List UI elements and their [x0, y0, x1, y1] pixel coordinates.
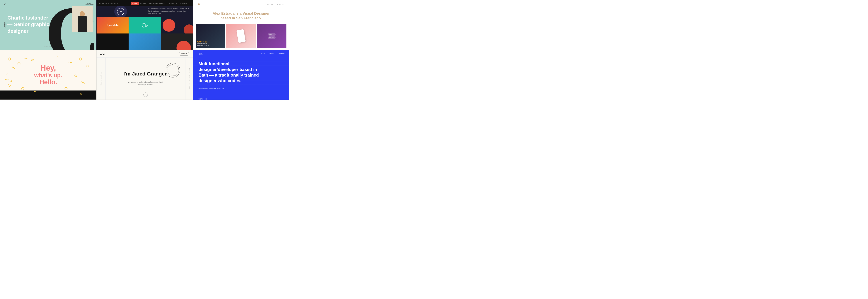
panel-hey: 〜 〜 〜 ◇ ◇ • Hey, what's up. Hello. — [0, 50, 96, 100]
doodle-diamond: ◇ — [6, 72, 8, 76]
jared-circle-inner — [145, 94, 146, 95]
balraj-logo-circle — [114, 6, 127, 17]
doodle-squiggle-2: 〜 — [5, 77, 9, 82]
alex-portfolio-item-2[interactable] — [226, 24, 256, 48]
tait-nav-contact[interactable]: Contact — [278, 53, 285, 55]
doodle-circle-3 — [10, 80, 12, 82]
half-circle — [177, 41, 191, 50]
tait-hero: Multifunctional designer/developer based… — [193, 57, 289, 100]
hey-line3: Hello. — [34, 79, 62, 86]
doodle-circle-r3 — [65, 87, 67, 90]
jared-left-sidebar: Nice to meet you — [97, 58, 105, 100]
panel-charlie: ⟳ Contact Charlie Isslander — Senior gra… — [0, 0, 96, 50]
tait-nav-links: Work About Contact — [261, 53, 285, 55]
charlie-text-block: Charlie Isslander — Senior graphic desig… — [7, 14, 50, 34]
doodle-circle-2 — [18, 62, 21, 65]
alex-hero-text: Alex Estrada is a Visual Designer based … — [193, 8, 289, 22]
jared-twitter-link[interactable]: Twitter — [189, 68, 190, 73]
tait-nav-about[interactable]: About — [269, 53, 274, 55]
alex-headline-2: based in San Francisco. — [200, 16, 282, 21]
nav-home[interactable]: HOME — [131, 2, 139, 5]
panel-alex: A WORK ABOUT Alex Estrada is a Visual De… — [193, 0, 289, 50]
chat-mockup: Hello! Hey there — [267, 32, 277, 40]
jared-circle-bottom — [144, 92, 148, 97]
doodle-circle-1 — [8, 58, 11, 60]
balraj-right: Hey, I'm Balraj. I'm a Freelance Product… — [145, 6, 193, 17]
phone-mockup — [237, 29, 246, 43]
pink-half — [184, 24, 193, 33]
hey-line1: Hey, — [34, 64, 62, 72]
nav-contact[interactable]: CONTACT — [179, 2, 190, 5]
doodle-squiggle-r1: 〜 — [68, 60, 72, 65]
doodle-line-1 — [12, 66, 15, 69]
lystable-label: Lystable — [107, 24, 119, 27]
alex-nav-work[interactable]: WORK — [267, 3, 274, 5]
chat-bubble-1: Hello! — [268, 33, 276, 36]
jared-contact-button[interactable]: Contact — [179, 52, 189, 56]
doodle-rect-1 — [31, 59, 34, 61]
balraj-hero: Hey, I'm Balraj. I'm a Freelance Product… — [97, 6, 193, 17]
snapcard-image — [72, 6, 93, 32]
tait-headline: Multifunctional designer/developer based… — [198, 61, 267, 84]
charlie-name: Charlie Isslander — [7, 14, 50, 21]
doodle-circle-r2 — [87, 65, 89, 67]
jared-circle-badge: DESIGNER & ART DIRECTOR • JARED GRANGER … — [166, 63, 180, 78]
alex-nav: A WORK ABOUT — [193, 0, 289, 8]
alex-city-label: GUYAMI — [197, 40, 224, 43]
jared-body: Nice to meet you I'm Jared Granger. I'm … — [97, 58, 193, 100]
cell-dark — [97, 33, 129, 50]
balraj-nav: CIRCULARCHAOS HOME ABOUT DESIGN PROCESS … — [97, 0, 193, 6]
tait-nav-work[interactable]: Work — [261, 53, 266, 55]
charlie-contact[interactable]: Contact — [4, 22, 6, 28]
cell-hex: ⬡ — [129, 17, 161, 33]
alex-portfolio-item-3[interactable]: Hello! Hey there — [257, 24, 286, 48]
alex-nav-links: WORK ABOUT — [267, 3, 285, 5]
cell-pink-blob — [161, 17, 193, 33]
nav-design[interactable]: DESIGN PROCESS — [148, 2, 166, 5]
cell-gradient-blue — [129, 33, 161, 50]
jared-right-sidebar: Twitter Dribbble Behance — [186, 58, 193, 100]
alex-portfolio-grid: GUYAMI SEPTEMBER 17 MONDAY - SUNDAY Hell… — [193, 22, 289, 50]
balraj-nav-items: HOME ABOUT DESIGN PROCESS PORTFOLIO CONT… — [131, 2, 190, 5]
hey-text-block: Hey, what's up. Hello. — [34, 64, 62, 86]
person-body — [78, 16, 87, 32]
balraj-logo-inner — [117, 8, 124, 15]
badge-svg: DESIGNER & ART DIRECTOR • JARED GRANGER … — [166, 63, 180, 78]
balraj-desc: I'm a Freelance Product Designer living … — [148, 7, 189, 15]
cell-dark2 — [161, 33, 193, 50]
tait-arrow-icon: → — [222, 87, 224, 90]
charlie-about-link[interactable]: About — [87, 2, 93, 5]
pink-circle — [162, 19, 175, 32]
doodle-circle-r1 — [79, 58, 82, 60]
jared-dribbble-link[interactable]: Dribbble — [189, 75, 190, 81]
alex-event-date: SEPTEMBER 17 — [197, 43, 224, 45]
alex-logo-mark: A — [198, 2, 200, 6]
charlie-title: — Senior graphic — [7, 21, 50, 28]
jared-behance-link[interactable]: Behance — [189, 83, 190, 89]
tait-nav: tait. Work About Contact — [193, 50, 289, 57]
alex-portfolio-item-1[interactable]: GUYAMI SEPTEMBER 17 MONDAY - SUNDAY — [196, 24, 225, 48]
doodle-dot-1: • — [57, 55, 58, 58]
charlie-logo: ⟳ — [4, 2, 6, 5]
doodle-line-r1 — [81, 82, 85, 84]
tait-freelance-text[interactable]: Available for freelance work — [198, 87, 221, 89]
doodle-rect-2 — [8, 84, 11, 87]
panel-balraj: CIRCULARCHAOS HOME ABOUT DESIGN PROCESS … — [96, 0, 193, 50]
balraj-grid: Lystable ⬡ — [97, 17, 193, 50]
chat-bubble-2: Hey there — [268, 36, 276, 39]
doodle-diamond-2: ◇ — [80, 92, 82, 95]
nav-portfolio[interactable]: PORTFOLIO — [166, 2, 179, 5]
jared-desc: I'm a designer and art director focused … — [127, 81, 164, 86]
tait-logo: tait. — [198, 52, 204, 55]
doodle-circle-4 — [21, 87, 24, 90]
jared-sidebar-text: Nice to meet you — [100, 72, 102, 85]
nav-about[interactable]: ABOUT — [139, 2, 148, 5]
balraj-left — [97, 6, 145, 17]
alex-event-time: MONDAY - SUNDAY — [197, 45, 224, 47]
doodle-squiggle-1: 〜 — [24, 56, 29, 62]
alex-nav-about[interactable]: ABOUT — [277, 3, 285, 5]
charlie-subtitle: designer — [7, 28, 50, 34]
panel-jared: .JG Contact Nice to meet you I'm Jared G… — [96, 50, 193, 100]
balraj-brand: CIRCULARCHAOS — [99, 2, 131, 4]
jared-main: I'm Jared Granger. I'm a designer and ar… — [105, 58, 185, 100]
